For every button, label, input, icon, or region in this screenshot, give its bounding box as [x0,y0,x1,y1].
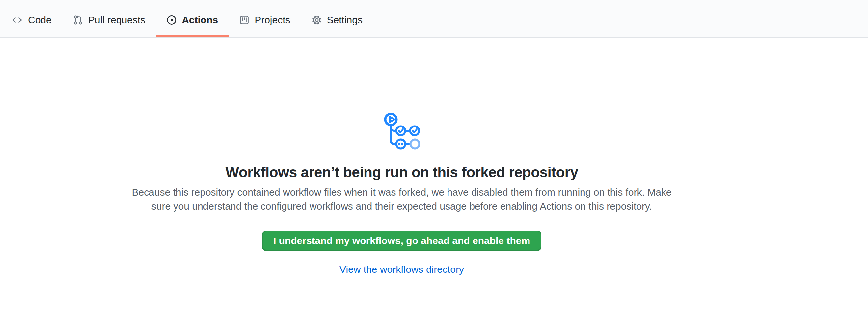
view-workflows-directory-link[interactable]: View the workflows directory [340,264,464,275]
git-pull-request-icon [73,15,83,25]
tab-projects[interactable]: Projects [228,0,301,37]
tab-label: Actions [182,15,218,25]
play-icon [166,15,177,25]
blankslate-description: Because this repository contained workfl… [0,185,803,213]
repo-tabbar: Code Pull requests Actions Projects [0,0,868,38]
description-line-1: Because this repository contained workfl… [0,185,803,199]
tab-label: Code [28,15,52,25]
code-icon [11,15,23,25]
blankslate-title: Workflows aren’t being run on this forke… [0,164,803,181]
tab-settings[interactable]: Settings [301,0,373,37]
tab-label: Projects [254,15,290,25]
tab-actions[interactable]: Actions [156,0,228,37]
workflow-graph-icon [382,110,422,151]
tab-label: Pull requests [88,15,145,25]
gear-icon [311,15,322,25]
enable-workflows-button[interactable]: I understand my workflows, go ahead and … [262,230,541,251]
actions-blankslate: Workflows aren’t being run on this forke… [0,110,803,275]
tab-pull-requests[interactable]: Pull requests [62,0,156,37]
tab-label: Settings [327,15,363,25]
project-icon [239,15,250,25]
description-line-2: sure you understand the configured workf… [0,199,803,213]
tab-code[interactable]: Code [1,0,62,37]
